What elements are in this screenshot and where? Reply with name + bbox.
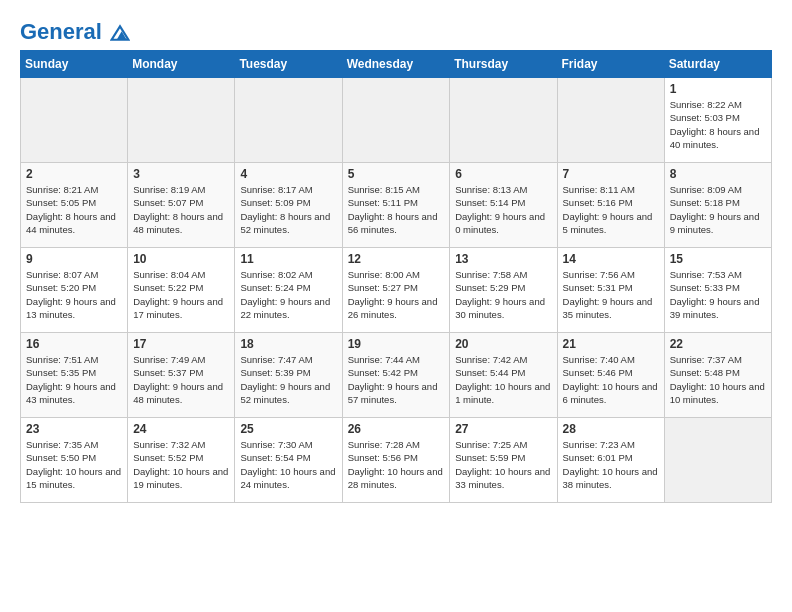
day-number: 20 [455,337,551,351]
calendar-cell [557,78,664,163]
day-number: 25 [240,422,336,436]
day-info: Sunrise: 7:30 AM Sunset: 5:54 PM Dayligh… [240,438,336,491]
day-info: Sunrise: 7:40 AM Sunset: 5:46 PM Dayligh… [563,353,659,406]
day-info: Sunrise: 7:56 AM Sunset: 5:31 PM Dayligh… [563,268,659,321]
calendar-cell [128,78,235,163]
page-header: General [20,20,772,40]
calendar-cell: 25Sunrise: 7:30 AM Sunset: 5:54 PM Dayli… [235,418,342,503]
calendar-cell [342,78,450,163]
day-info: Sunrise: 8:07 AM Sunset: 5:20 PM Dayligh… [26,268,122,321]
day-number: 8 [670,167,766,181]
day-info: Sunrise: 7:23 AM Sunset: 6:01 PM Dayligh… [563,438,659,491]
day-info: Sunrise: 8:02 AM Sunset: 5:24 PM Dayligh… [240,268,336,321]
calendar-cell: 20Sunrise: 7:42 AM Sunset: 5:44 PM Dayli… [450,333,557,418]
day-number: 26 [348,422,445,436]
day-number: 6 [455,167,551,181]
logo: General [20,20,130,40]
day-number: 18 [240,337,336,351]
day-info: Sunrise: 7:47 AM Sunset: 5:39 PM Dayligh… [240,353,336,406]
calendar-cell: 26Sunrise: 7:28 AM Sunset: 5:56 PM Dayli… [342,418,450,503]
calendar-cell: 11Sunrise: 8:02 AM Sunset: 5:24 PM Dayli… [235,248,342,333]
calendar-cell: 14Sunrise: 7:56 AM Sunset: 5:31 PM Dayli… [557,248,664,333]
calendar-cell: 21Sunrise: 7:40 AM Sunset: 5:46 PM Dayli… [557,333,664,418]
day-info: Sunrise: 8:15 AM Sunset: 5:11 PM Dayligh… [348,183,445,236]
calendar: SundayMondayTuesdayWednesdayThursdayFrid… [20,50,772,503]
day-info: Sunrise: 7:49 AM Sunset: 5:37 PM Dayligh… [133,353,229,406]
calendar-cell: 24Sunrise: 7:32 AM Sunset: 5:52 PM Dayli… [128,418,235,503]
weekday-header: Sunday [21,51,128,78]
calendar-week: 23Sunrise: 7:35 AM Sunset: 5:50 PM Dayli… [21,418,772,503]
day-number: 24 [133,422,229,436]
day-number: 4 [240,167,336,181]
day-number: 10 [133,252,229,266]
weekday-header: Tuesday [235,51,342,78]
day-number: 15 [670,252,766,266]
day-info: Sunrise: 8:22 AM Sunset: 5:03 PM Dayligh… [670,98,766,151]
calendar-cell [450,78,557,163]
calendar-cell: 6Sunrise: 8:13 AM Sunset: 5:14 PM Daylig… [450,163,557,248]
calendar-cell [235,78,342,163]
day-info: Sunrise: 7:44 AM Sunset: 5:42 PM Dayligh… [348,353,445,406]
calendar-cell: 19Sunrise: 7:44 AM Sunset: 5:42 PM Dayli… [342,333,450,418]
day-info: Sunrise: 8:21 AM Sunset: 5:05 PM Dayligh… [26,183,122,236]
day-number: 17 [133,337,229,351]
calendar-cell: 28Sunrise: 7:23 AM Sunset: 6:01 PM Dayli… [557,418,664,503]
day-info: Sunrise: 8:11 AM Sunset: 5:16 PM Dayligh… [563,183,659,236]
day-info: Sunrise: 7:58 AM Sunset: 5:29 PM Dayligh… [455,268,551,321]
day-info: Sunrise: 7:42 AM Sunset: 5:44 PM Dayligh… [455,353,551,406]
day-info: Sunrise: 7:35 AM Sunset: 5:50 PM Dayligh… [26,438,122,491]
weekday-header: Saturday [664,51,771,78]
day-info: Sunrise: 7:51 AM Sunset: 5:35 PM Dayligh… [26,353,122,406]
day-number: 2 [26,167,122,181]
day-info: Sunrise: 7:28 AM Sunset: 5:56 PM Dayligh… [348,438,445,491]
calendar-cell: 4Sunrise: 8:17 AM Sunset: 5:09 PM Daylig… [235,163,342,248]
calendar-cell: 22Sunrise: 7:37 AM Sunset: 5:48 PM Dayli… [664,333,771,418]
logo-icon [110,23,130,43]
calendar-cell: 7Sunrise: 8:11 AM Sunset: 5:16 PM Daylig… [557,163,664,248]
day-number: 3 [133,167,229,181]
day-number: 14 [563,252,659,266]
day-info: Sunrise: 8:19 AM Sunset: 5:07 PM Dayligh… [133,183,229,236]
calendar-cell: 16Sunrise: 7:51 AM Sunset: 5:35 PM Dayli… [21,333,128,418]
calendar-cell: 5Sunrise: 8:15 AM Sunset: 5:11 PM Daylig… [342,163,450,248]
day-number: 22 [670,337,766,351]
day-info: Sunrise: 8:13 AM Sunset: 5:14 PM Dayligh… [455,183,551,236]
day-info: Sunrise: 7:25 AM Sunset: 5:59 PM Dayligh… [455,438,551,491]
day-number: 28 [563,422,659,436]
weekday-header: Monday [128,51,235,78]
weekday-header: Wednesday [342,51,450,78]
day-info: Sunrise: 8:17 AM Sunset: 5:09 PM Dayligh… [240,183,336,236]
day-number: 12 [348,252,445,266]
calendar-cell: 18Sunrise: 7:47 AM Sunset: 5:39 PM Dayli… [235,333,342,418]
calendar-week: 9Sunrise: 8:07 AM Sunset: 5:20 PM Daylig… [21,248,772,333]
calendar-cell: 1Sunrise: 8:22 AM Sunset: 5:03 PM Daylig… [664,78,771,163]
logo-text: General [20,20,130,44]
day-number: 9 [26,252,122,266]
day-number: 21 [563,337,659,351]
calendar-cell: 13Sunrise: 7:58 AM Sunset: 5:29 PM Dayli… [450,248,557,333]
day-info: Sunrise: 7:32 AM Sunset: 5:52 PM Dayligh… [133,438,229,491]
calendar-cell: 12Sunrise: 8:00 AM Sunset: 5:27 PM Dayli… [342,248,450,333]
calendar-cell: 8Sunrise: 8:09 AM Sunset: 5:18 PM Daylig… [664,163,771,248]
day-info: Sunrise: 7:53 AM Sunset: 5:33 PM Dayligh… [670,268,766,321]
day-number: 19 [348,337,445,351]
day-number: 23 [26,422,122,436]
day-number: 13 [455,252,551,266]
calendar-cell: 17Sunrise: 7:49 AM Sunset: 5:37 PM Dayli… [128,333,235,418]
day-number: 16 [26,337,122,351]
weekday-header: Friday [557,51,664,78]
day-number: 11 [240,252,336,266]
day-info: Sunrise: 8:09 AM Sunset: 5:18 PM Dayligh… [670,183,766,236]
calendar-cell: 23Sunrise: 7:35 AM Sunset: 5:50 PM Dayli… [21,418,128,503]
calendar-cell: 9Sunrise: 8:07 AM Sunset: 5:20 PM Daylig… [21,248,128,333]
weekday-header: Thursday [450,51,557,78]
calendar-week: 16Sunrise: 7:51 AM Sunset: 5:35 PM Dayli… [21,333,772,418]
calendar-cell: 27Sunrise: 7:25 AM Sunset: 5:59 PM Dayli… [450,418,557,503]
day-info: Sunrise: 8:04 AM Sunset: 5:22 PM Dayligh… [133,268,229,321]
day-number: 7 [563,167,659,181]
calendar-cell: 3Sunrise: 8:19 AM Sunset: 5:07 PM Daylig… [128,163,235,248]
day-number: 5 [348,167,445,181]
calendar-cell [21,78,128,163]
calendar-cell: 10Sunrise: 8:04 AM Sunset: 5:22 PM Dayli… [128,248,235,333]
calendar-cell [664,418,771,503]
